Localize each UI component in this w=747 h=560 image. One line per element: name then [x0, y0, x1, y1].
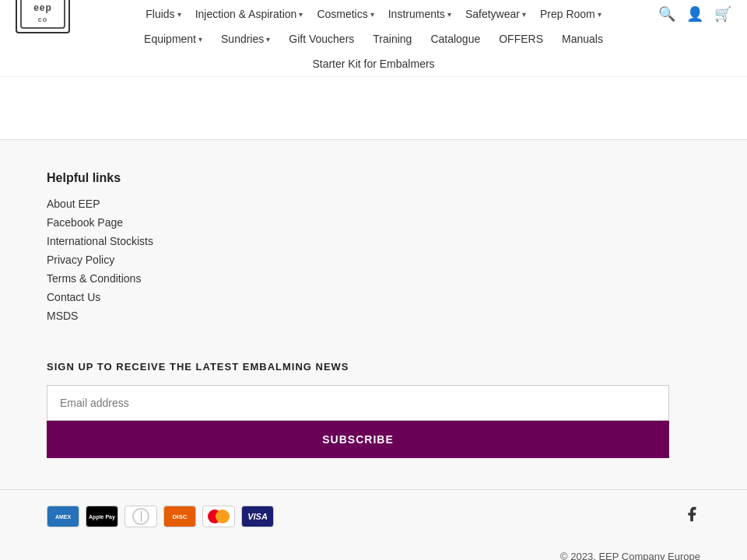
nav-equipment[interactable]: Equipment ▾: [144, 33, 202, 45]
nav-row-1: eep co Fluids ▾ Injection & Aspiration ▾…: [16, 0, 731, 26]
nav-injection-label: Injection & Aspiration: [195, 8, 297, 20]
nav-fluids[interactable]: Fluids ▾: [146, 8, 181, 20]
search-button[interactable]: 🔍: [658, 5, 675, 23]
nav-gift-vouchers-label: Gift Vouchers: [289, 33, 354, 45]
svg-text:eep: eep: [33, 2, 52, 13]
list-item: Privacy Policy: [47, 254, 700, 266]
newsletter-section: SIGN UP TO RECEIVE THE LATEST EMBALMING …: [0, 345, 747, 489]
nav-row-3: Starter Kit for Embalmers: [16, 51, 731, 76]
footer-link-stockists[interactable]: International Stockists: [47, 235, 153, 247]
nav-sundries-label: Sundries: [221, 33, 264, 45]
nav-sundries[interactable]: Sundries ▾: [221, 33, 270, 45]
list-item: About EEP: [47, 198, 700, 210]
nav-instruments-label: Instruments: [388, 8, 445, 20]
nav-safetywear-label: Safetywear: [465, 8, 520, 20]
list-item: MSDS: [47, 310, 700, 322]
payment-diners: [124, 506, 157, 527]
nav-manuals[interactable]: Manuals: [562, 33, 603, 45]
chevron-down-icon: ▾: [198, 35, 202, 44]
payment-applepay: Apple Pay: [86, 506, 118, 527]
nav-manuals-label: Manuals: [562, 33, 603, 45]
nav-preproom[interactable]: Prep Room ▾: [540, 8, 601, 20]
payment-mastercard: [202, 506, 235, 527]
cart-button[interactable]: 🛒: [714, 5, 731, 23]
footer-link-contact[interactable]: Contact Us: [47, 291, 100, 303]
main-content: [0, 77, 747, 139]
subscribe-button[interactable]: SUBSCRIBE: [47, 421, 669, 458]
list-item: Contact Us: [47, 291, 700, 303]
list-item: Terms & Conditions: [47, 272, 700, 285]
chevron-down-icon: ▾: [522, 10, 526, 19]
payment-discover: DISC: [163, 506, 196, 527]
nav-instruments[interactable]: Instruments ▾: [388, 8, 451, 20]
nav-catalogue[interactable]: Catalogue: [430, 33, 480, 45]
payment-visa: VISA: [241, 506, 274, 527]
chevron-down-icon: ▾: [177, 10, 181, 19]
footer-links-list: About EEP Facebook Page International St…: [47, 198, 700, 322]
facebook-icon[interactable]: [683, 506, 700, 527]
payment-amex: AMEX: [47, 506, 79, 527]
chevron-down-icon: ▾: [299, 10, 303, 19]
nav-fluids-label: Fluids: [146, 8, 174, 20]
footer-link-facebook[interactable]: Facebook Page: [47, 216, 123, 229]
footer-helpful-section: Helpful links About EEP Facebook Page In…: [0, 140, 747, 345]
nav-training-label: Training: [373, 33, 412, 45]
nav-safetywear[interactable]: Safetywear ▾: [465, 8, 526, 20]
social-icons: [683, 506, 700, 527]
nav-catalogue-label: Catalogue: [430, 33, 480, 45]
footer: Helpful links About EEP Facebook Page In…: [0, 139, 747, 560]
payment-icons: AMEX Apple Pay DISC: [47, 506, 274, 527]
login-button[interactable]: 👤: [686, 5, 703, 23]
helpful-links-title: Helpful links: [47, 171, 700, 185]
logo[interactable]: eep co: [16, 0, 70, 33]
nav-cosmetics-label: Cosmetics: [317, 8, 367, 20]
footer-link-privacy[interactable]: Privacy Policy: [47, 254, 114, 266]
nav-cosmetics[interactable]: Cosmetics ▾: [317, 8, 374, 20]
nav-preproom-label: Prep Room: [540, 8, 595, 20]
nav-starter-kit[interactable]: Starter Kit for Embalmers: [312, 58, 434, 70]
nav-offers[interactable]: OFFERS: [499, 33, 543, 45]
email-input[interactable]: [47, 385, 669, 421]
newsletter-form: SUBSCRIBE: [47, 385, 669, 458]
nav-starter-kit-label: Starter Kit for Embalmers: [312, 58, 434, 70]
nav-row-2: Equipment ▾ Sundries ▾ Gift Vouchers Tra…: [16, 26, 731, 51]
list-item: Facebook Page: [47, 216, 700, 229]
newsletter-heading: SIGN UP TO RECEIVE THE LATEST EMBALMING …: [47, 361, 700, 373]
payment-section: AMEX Apple Pay DISC: [0, 489, 747, 543]
nav-offers-label: OFFERS: [499, 33, 543, 45]
chevron-down-icon: ▾: [266, 35, 270, 44]
logo-text: eep co: [19, 0, 66, 33]
nav-gift-vouchers[interactable]: Gift Vouchers: [289, 33, 354, 45]
footer-link-about[interactable]: About EEP: [47, 198, 100, 210]
copyright: © 2023, EEP Company Europe: [0, 543, 747, 560]
header-icons: 🔍 👤 🛒: [658, 5, 731, 23]
nav-injection[interactable]: Injection & Aspiration ▾: [195, 8, 303, 20]
footer-link-terms[interactable]: Terms & Conditions: [47, 272, 141, 285]
nav-training[interactable]: Training: [373, 33, 412, 45]
svg-text:co: co: [38, 16, 48, 23]
list-item: International Stockists: [47, 235, 700, 247]
chevron-down-icon: ▾: [598, 10, 601, 19]
copyright-text: © 2023, EEP Company Europe: [560, 551, 700, 560]
chevron-down-icon: ▾: [447, 10, 451, 19]
footer-link-msds[interactable]: MSDS: [47, 310, 78, 322]
nav-equipment-label: Equipment: [144, 33, 196, 45]
chevron-down-icon: ▾: [370, 10, 374, 19]
